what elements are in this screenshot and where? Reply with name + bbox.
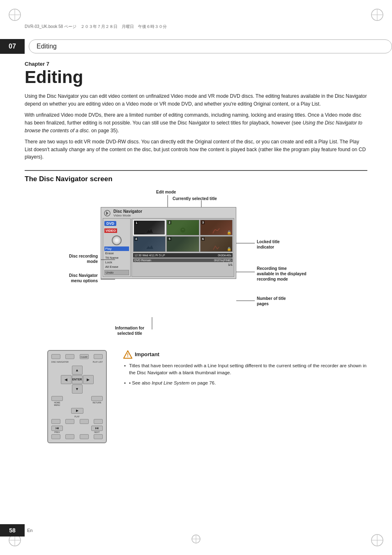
remote-btn-b2[interactable]	[65, 419, 74, 424]
title-num-1: 1	[135, 221, 138, 225]
title-num-2: 2	[168, 221, 171, 224]
remote-label-next: NEXT	[94, 431, 99, 433]
video-badge: VIDEO	[104, 228, 117, 233]
svg-text:!: !	[127, 352, 129, 358]
body-paragraph-1: Using the Disc Navigator you can edit vi…	[25, 92, 367, 108]
lock-icon-3: 🔒	[227, 230, 231, 235]
screen-video-mode: Video Mode	[113, 214, 142, 217]
title-cell-5[interactable]: 5	[166, 236, 199, 252]
chapter-label: Chapter 7	[25, 61, 367, 67]
callout-recording-time: Recording timeavailable in the displayed…	[257, 266, 307, 282]
callout-number-of-pages: Number of titlepages	[257, 296, 286, 306]
remote-btn-c4[interactable]	[94, 434, 103, 439]
title-thumbnail-4	[145, 244, 154, 251]
title-cell-3[interactable]: 3 🔒	[200, 220, 233, 235]
remote-btn-b3[interactable]	[80, 419, 89, 424]
corner-mark-tr	[370, 7, 385, 22]
chapter-number: 07	[0, 39, 25, 54]
remote-btn-c1[interactable]	[51, 434, 60, 439]
callout-disc-navigator-menu: Disc Navigatormenu options	[25, 273, 98, 283]
title-cell-1[interactable]: 1	[133, 220, 166, 235]
remote-nav-empty-1	[61, 366, 71, 375]
corner-mark-tl	[7, 7, 22, 22]
remote-btn-return[interactable]	[91, 396, 103, 401]
remote-nav-empty-2	[83, 366, 94, 375]
callout-locked-title: Locked titleindicator	[257, 239, 280, 250]
page-number: 58	[0, 524, 25, 537]
menu-item-erase[interactable]: Erase	[104, 251, 129, 256]
chapter-title: Editing	[25, 68, 367, 87]
callout-disc-recording-mode: Disc recordingmode	[25, 253, 98, 264]
remote-btn-prev[interactable]: ⏮	[51, 426, 63, 431]
remote-label-playlist: PLAY LIST	[93, 361, 103, 363]
remote-nav-empty-3	[61, 385, 71, 394]
remote-btn-c2[interactable]	[65, 434, 74, 439]
remote-btn-clear[interactable]: CLEAR	[80, 354, 89, 359]
remote-nav-enter[interactable]: ENTER	[72, 375, 83, 384]
dvd-remain-bar: DVD Remain 0h37m(FINE)	[133, 258, 233, 262]
remote-btn-play[interactable]: ▶	[71, 408, 83, 414]
remote-btn-2[interactable]	[65, 354, 74, 359]
remote-play-label: PLAY	[51, 415, 103, 418]
title-num-4: 4	[134, 237, 138, 241]
remote-nav-left[interactable]: ◀	[61, 375, 71, 384]
title-cell-6[interactable]: 6 🔒	[200, 236, 233, 252]
callout-info-selected: Information forselected title	[115, 325, 144, 336]
body-paragraph-2: With unfinalized Video mode DVDs, there …	[25, 111, 367, 134]
remote-btn-b4[interactable]	[94, 419, 103, 424]
menu-item-play[interactable]: Play	[104, 246, 129, 251]
remote-btn-4[interactable]	[94, 354, 103, 359]
remote-btn-c3[interactable]	[80, 434, 89, 439]
dvd-remain-time: 0h37m(FINE)	[214, 259, 231, 262]
callout-edit-mode: Edit mode	[156, 190, 176, 194]
page-indicator: 1/1	[133, 263, 233, 267]
remote-nav-down[interactable]: ▼	[72, 385, 83, 394]
remote-control-mockup: CLEAR DISC NAVIGATOR PLAY LIST ▲ ◀ ENTER…	[47, 350, 111, 443]
warning-triangle-icon: !	[123, 350, 132, 359]
title-num-3: 3	[201, 221, 205, 224]
title-thumbnail-3	[212, 228, 221, 234]
remote-label-return: RETURN	[93, 401, 101, 404]
section-title: The Disc Navigator screen	[25, 175, 367, 183]
file-info: DVR-03_UK.book 58 ページ ２０３年７月２８日 月曜日 午後６時…	[25, 24, 167, 30]
title-cell-4[interactable]: 4	[133, 236, 166, 252]
menu-item-ttlname[interactable]: Ttl Name	[104, 256, 129, 260]
info-bar: 12:30 Wed 4/11 Pr 5 LP 0h30m40s	[133, 253, 233, 258]
menu-item-lock[interactable]: Lock	[104, 260, 129, 265]
remote-btn-b1[interactable]	[51, 419, 60, 424]
title-num-6: 6	[201, 237, 205, 241]
menu-item-allerase[interactable]: All Erase	[104, 265, 129, 269]
remote-btn-next[interactable]: ⏭	[91, 426, 103, 431]
title-thumbnail-2	[179, 227, 187, 234]
disc-circle-icon	[112, 235, 122, 245]
disc-nav-icon	[103, 210, 112, 216]
screen-left-panel: DVD VIDEO Play Erase Ttl Name Lock All E…	[103, 218, 131, 277]
remote-btn-home[interactable]	[51, 396, 63, 401]
important-bullet-2: • See also Input Line System on page 76.	[123, 380, 367, 387]
remote-label-prev: PREV	[54, 431, 60, 433]
remote-btn-1[interactable]	[51, 354, 60, 359]
title-thumbnail-6	[212, 245, 221, 251]
title-grid: 1 2 3 🔒	[133, 220, 233, 252]
lock-icon-6: 🔒	[227, 247, 231, 251]
title-cell-2[interactable]: 2	[166, 220, 199, 235]
screen-mockup: Disc Navigator Video Mode DVD VIDEO Play…	[101, 207, 236, 279]
dvd-remain-label: DVD Remain	[134, 259, 151, 262]
header-bar: 07 Editing	[0, 39, 392, 54]
page-lang: En	[27, 528, 32, 533]
remote-nav-empty-4	[83, 385, 94, 394]
remote-nav-right[interactable]: ▶	[83, 375, 94, 384]
title-num-5: 5	[168, 237, 171, 241]
body-paragraph-3: There are two ways to edit VR mode DVD-R…	[25, 138, 367, 161]
screen-main-panel: 1 2 3 🔒	[131, 218, 234, 277]
callout-currently-selected: Currently selected title	[173, 196, 217, 201]
main-content: Chapter 7 Editing Using the Disc Navigat…	[25, 61, 367, 443]
menu-item-undo[interactable]: Undo	[104, 270, 129, 275]
screen-disc-nav-title: Disc Navigator	[113, 209, 142, 214]
remote-nav-up[interactable]: ▲	[72, 366, 83, 375]
header-title: Editing	[29, 39, 392, 53]
remote-label-discnav: DISC NAVIGATOR	[51, 361, 69, 363]
dvd-badge: DVD	[104, 221, 116, 226]
important-box: ! Important Titles that have been record…	[123, 350, 367, 390]
section-divider	[25, 170, 367, 171]
